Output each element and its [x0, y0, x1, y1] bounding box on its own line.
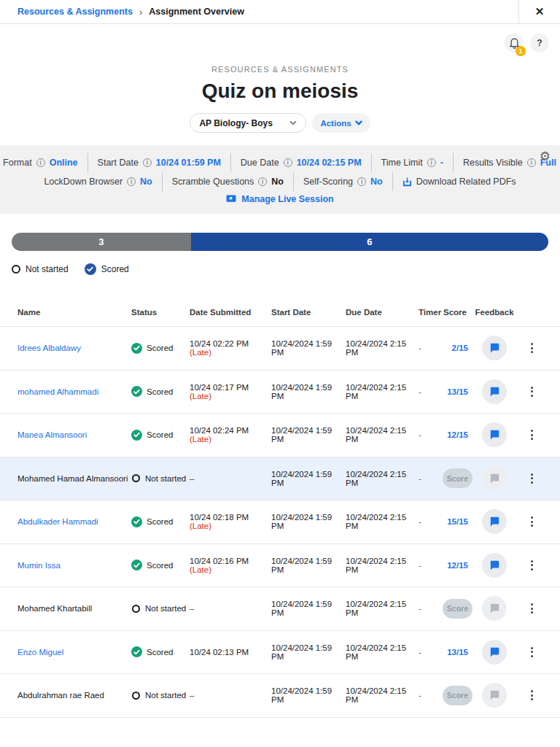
info-icon[interactable]: i [36, 158, 45, 167]
row-menu-button[interactable] [528, 644, 536, 660]
score-cell: 15/15 [443, 517, 468, 526]
progress-segment-not-started[interactable]: 3 [12, 233, 191, 251]
manage-live-session-link[interactable]: Manage Live Session [32, 194, 528, 204]
info-icon[interactable]: i [427, 158, 436, 167]
student-name-link[interactable]: Idrees Albaldawy [18, 344, 131, 352]
score-link[interactable]: 15/15 [447, 517, 468, 526]
row-menu-button[interactable] [528, 557, 536, 573]
kebab-dot [531, 603, 533, 605]
chevron-down-icon [355, 120, 362, 125]
setting-value[interactable]: Online [50, 153, 78, 172]
feedback-cell [468, 509, 521, 534]
notifications-button[interactable]: 1 [505, 34, 524, 53]
assignment-settings-bar: FormatiOnlineStart Datei10/24 01:59 PMDu… [0, 145, 560, 214]
date-submitted-value: – [190, 474, 194, 483]
row-menu-button[interactable] [528, 600, 536, 616]
setting-value[interactable]: No [370, 172, 383, 191]
setting-time-limit: Time Limiti- [372, 153, 454, 172]
feedback-button[interactable] [482, 509, 507, 534]
student-name-link[interactable]: mohamed Alhammadi [18, 387, 131, 396]
setting-value[interactable]: 10/24 01:59 PM [156, 153, 221, 172]
info-icon[interactable]: i [527, 158, 536, 167]
due-date-cell: 10/24/2024 2:15 PM [346, 470, 419, 487]
legend-scored[interactable]: Scored [85, 263, 129, 275]
score-link[interactable]: 2/15 [452, 344, 468, 352]
feedback-chat-icon [489, 342, 500, 354]
scored-check-icon [131, 343, 142, 354]
feedback-button [482, 683, 507, 708]
info-icon[interactable]: i [357, 177, 366, 186]
setting-value[interactable]: 10/24 02:15 PM [297, 153, 362, 172]
setting-lockdown-browser: LockDown BrowseriNo [34, 172, 162, 191]
start-date-cell: 10/24/2024 1:59 PM [271, 686, 346, 704]
date-submitted-value: 10/24 02:18 PM [190, 513, 249, 522]
class-selector[interactable]: AP Biology- Boys [190, 113, 306, 133]
feedback-button[interactable] [482, 336, 507, 360]
info-icon[interactable]: i [258, 177, 267, 186]
kebab-dot [531, 647, 533, 649]
feedback-button[interactable] [482, 422, 507, 447]
actions-button[interactable]: Actions [312, 113, 370, 133]
timer-cell: - [419, 691, 443, 700]
date-submitted-value: – [190, 691, 194, 700]
score-link[interactable]: 13/15 [447, 387, 468, 396]
student-name-link[interactable]: Mumin Issa [18, 561, 131, 570]
setting-value[interactable]: No [140, 172, 152, 191]
setting-label: Time Limit [381, 153, 423, 172]
score-cell: 13/15 [443, 387, 468, 396]
status-label: Scored [147, 344, 173, 352]
score-link[interactable]: 12/15 [447, 561, 468, 570]
not-started-circle-icon [12, 265, 20, 274]
start-date-cell: 10/24/2024 1:59 PM [271, 643, 346, 661]
kebab-dot [531, 694, 533, 697]
row-menu-button[interactable] [528, 514, 536, 530]
gear-icon[interactable]: ⚙ [540, 150, 551, 163]
progress-segment-scored[interactable]: 6 [191, 233, 548, 251]
student-name-link[interactable]: Enzo Miguel [18, 648, 131, 657]
breadcrumb-resources-assignments[interactable]: Resources & Assignments [18, 7, 133, 17]
student-name-link[interactable]: Abdulkader Hammadi [18, 517, 131, 526]
feedback-chat-icon [489, 560, 500, 571]
help-button[interactable]: ? [530, 34, 549, 53]
feedback-button [482, 466, 507, 491]
settings-row-2: LockDown BrowseriNoScramble QuestionsiNo… [32, 172, 528, 191]
feedback-button[interactable] [482, 553, 507, 578]
kebab-dot [531, 690, 533, 692]
download-related-pdfs-label: Download Related PDFs [416, 172, 516, 191]
row-menu-button[interactable] [528, 384, 536, 400]
student-name-link[interactable]: Manea Almansoori [18, 430, 131, 439]
feedback-chat-icon [489, 646, 500, 658]
setting-value[interactable]: - [440, 153, 443, 172]
date-submitted-value: 10/24 02:17 PM [190, 383, 249, 392]
close-button[interactable]: ✕ [518, 0, 560, 23]
status-label: Not started [145, 604, 186, 613]
row-menu-button[interactable] [528, 687, 536, 703]
legend-not-started[interactable]: Not started [12, 264, 69, 274]
row-menu-button[interactable] [528, 427, 536, 443]
status-cell: Scored [131, 343, 190, 354]
info-icon[interactable]: i [143, 158, 152, 167]
setting-value: No [271, 172, 284, 191]
feedback-button[interactable] [482, 640, 507, 665]
legend-not-started-label: Not started [26, 264, 69, 274]
row-menu-button[interactable] [528, 340, 536, 356]
score-link[interactable]: 12/15 [447, 430, 468, 439]
score-link[interactable]: 13/15 [447, 648, 468, 657]
feedback-button[interactable] [482, 379, 507, 404]
date-submitted-cell: 10/24 02:24 PM (Late) [190, 426, 271, 444]
download-related-pdfs-link[interactable]: Download Related PDFs [393, 172, 526, 191]
date-submitted-value: 10/24 02:24 PM [190, 426, 249, 435]
timer-cell: - [419, 474, 443, 483]
info-icon[interactable]: i [284, 158, 292, 167]
setting-label: Start Date [98, 153, 139, 172]
feedback-button [482, 596, 507, 621]
student-name: Abdulrahman rae Raed [18, 691, 131, 700]
kebab-dot [531, 525, 533, 527]
table-row: Mohamed KhartabillNot started–10/24/2024… [0, 587, 560, 631]
scored-check-icon [131, 516, 142, 527]
score-cell: Score [443, 599, 468, 619]
kebab-dot [531, 395, 533, 397]
info-icon[interactable]: i [127, 177, 136, 186]
row-menu-button[interactable] [528, 471, 536, 487]
status-label: Not started [145, 474, 186, 483]
